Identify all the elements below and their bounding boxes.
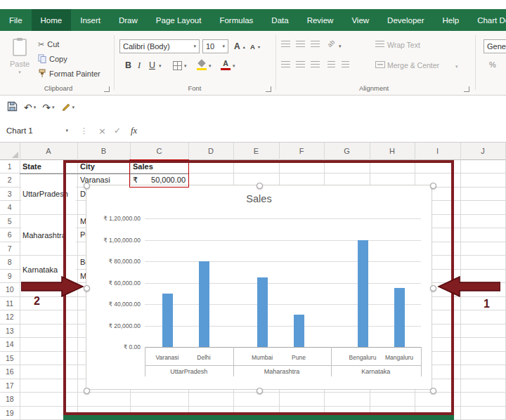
row-header-1[interactable]: 1 xyxy=(0,160,20,174)
row-header-6[interactable]: 6 xyxy=(0,228,20,242)
annotation-arrow-1 xyxy=(437,276,500,297)
row-header-3[interactable]: 3 xyxy=(0,188,20,202)
row-header-8[interactable]: 8 xyxy=(0,256,20,270)
row-header-14[interactable]: 14 xyxy=(0,338,20,352)
row-header-19[interactable]: 19 xyxy=(0,407,20,420)
col-header-A[interactable]: A xyxy=(20,143,77,159)
annotation-arrow-2 xyxy=(21,276,84,297)
grid-line xyxy=(20,143,20,420)
row-header-9[interactable]: 9 xyxy=(0,270,20,284)
annotation-label-2: 2 xyxy=(34,295,40,308)
row-header-17[interactable]: 17 xyxy=(0,379,20,393)
row-header-10[interactable]: 10 xyxy=(0,283,20,297)
col-header-E[interactable]: E xyxy=(233,143,279,159)
status-bar xyxy=(63,415,454,420)
row-header-18[interactable]: 18 xyxy=(0,393,20,407)
row-header-4[interactable]: 4 xyxy=(0,201,20,215)
row-header-16[interactable]: 16 xyxy=(0,365,20,379)
row-header-2[interactable]: 2 xyxy=(0,173,20,188)
col-header-D[interactable]: D xyxy=(188,143,233,159)
col-header-J[interactable]: J xyxy=(460,143,505,159)
excel-window: FileHomeInsertDrawPage LayoutFormulasDat… xyxy=(0,0,506,420)
select-all-button[interactable] xyxy=(12,152,18,158)
row-header-13[interactable]: 13 xyxy=(0,324,20,339)
row-header-11[interactable]: 11 xyxy=(0,297,20,311)
col-header-F[interactable]: F xyxy=(279,143,324,159)
row-header-12[interactable]: 12 xyxy=(0,310,20,324)
annotation-rectangle xyxy=(63,160,454,415)
row-header-15[interactable]: 15 xyxy=(0,352,20,366)
col-header-I[interactable]: I xyxy=(415,143,460,159)
col-header-C[interactable]: C xyxy=(130,143,188,159)
col-header-B[interactable]: B xyxy=(77,143,130,159)
row-header-7[interactable]: 7 xyxy=(0,242,20,256)
col-header-G[interactable]: G xyxy=(324,143,370,159)
annotation-label-1: 1 xyxy=(484,298,490,310)
col-header-H[interactable]: H xyxy=(370,143,415,159)
row-header-5[interactable]: 5 xyxy=(0,215,20,229)
